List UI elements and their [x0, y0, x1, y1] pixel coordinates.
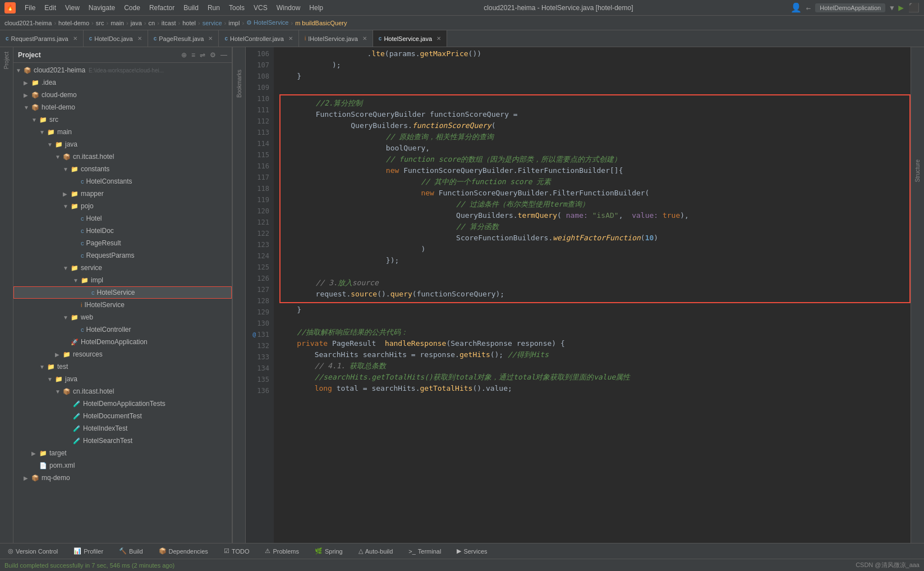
bottom-tab-autobuild[interactable]: △ Auto-build	[355, 543, 397, 559]
menu-file[interactable]: File	[21, 3, 39, 13]
tree-hotelindextest[interactable]: ▶ 🧪 HotelIndexTest	[13, 422, 232, 435]
bookmarks-label[interactable]: Bookmarks	[236, 70, 242, 98]
bc-src[interactable]: src	[96, 20, 104, 26]
tab-close[interactable]: ✕	[73, 35, 77, 42]
tree-target[interactable]: ▶ 📁 target	[13, 447, 232, 459]
tree-resources[interactable]: ▶ 📁 resources	[13, 348, 232, 360]
bottom-tab-terminal[interactable]: >_ Terminal	[405, 543, 444, 559]
tree-java[interactable]: ▼ 📁 java	[13, 138, 232, 150]
menu-help[interactable]: Help	[306, 3, 327, 13]
project-header-icon1[interactable]: ⊕	[181, 51, 187, 59]
project-minimize-icon[interactable]: —	[220, 51, 227, 59]
bottom-tab-spring[interactable]: 🌿 Spring	[311, 543, 346, 559]
tree-hoteldoc[interactable]: ▶ c HotelDoc	[13, 225, 232, 237]
bc-service[interactable]: service	[203, 20, 222, 26]
menu-run[interactable]: Run	[204, 3, 223, 13]
tree-web[interactable]: ▼ 📁 web	[13, 311, 232, 323]
menu-window[interactable]: Window	[273, 3, 304, 13]
folder-icon: 📁	[63, 351, 71, 358]
tree-hoteldemoapp[interactable]: ▶ 🚀 HotelDemoApplication	[13, 336, 232, 348]
menu-edit[interactable]: Edit	[41, 3, 59, 13]
tree-test[interactable]: ▼ 📁 test	[13, 360, 232, 373]
tree-pojo[interactable]: ▼ 📁 pojo	[13, 200, 232, 212]
tree-src[interactable]: ▼ 📁 src	[13, 113, 232, 126]
tree-package2[interactable]: ▼ 📦 cn.itcast.hotel	[13, 385, 232, 398]
bc-hotel[interactable]: hotel	[182, 20, 196, 26]
tree-hotel[interactable]: ▶ c Hotel	[13, 212, 232, 225]
project-strip-label[interactable]: Project	[3, 49, 10, 71]
account-icon[interactable]: 👤	[790, 2, 802, 13]
bottom-tab-versioncontrol[interactable]: ◎ Version Control	[4, 543, 61, 559]
bc-cn[interactable]: cn	[149, 20, 155, 26]
tree-mq-demo[interactable]: ▶ 📦 mq-demo	[13, 472, 232, 484]
tree-hotelsearchtest[interactable]: ▶ 🧪 HotelSearchTest	[13, 435, 232, 447]
tree-test-java[interactable]: ▼ 📁 java	[13, 373, 232, 385]
tree-ihotelservice[interactable]: ▶ i IHotelService	[13, 299, 232, 311]
tab-close[interactable]: ✕	[436, 35, 441, 42]
code-lines[interactable]: .lte(params.getMaxPrice()) ); } //2.算分控制…	[274, 47, 911, 543]
menu-vcs[interactable]: VCS	[250, 3, 271, 13]
tree-hoteldoctest[interactable]: ▶ 🧪 HotelDocumentTest	[13, 410, 232, 422]
tab-close[interactable]: ✕	[137, 35, 142, 42]
menu-tools[interactable]: Tools	[226, 3, 248, 13]
tree-hoteldemoapptest[interactable]: ▶ 🧪 HotelDemoApplicationTests	[13, 398, 232, 410]
project-header-icon2[interactable]: ≡	[191, 51, 195, 59]
code-line-129	[279, 316, 911, 327]
bc-itcast[interactable]: itcast	[162, 20, 176, 26]
code-line-117: // 其中的一个function score 元素	[281, 176, 909, 188]
run-configuration[interactable]: HotelDemoApplication	[815, 3, 885, 12]
tree-main[interactable]: ▼ 📁 main	[13, 126, 232, 138]
tree-hotelservice[interactable]: ▶ c HotelService	[13, 286, 232, 299]
tree-root[interactable]: ▼ 📦 cloud2021-heima E:\idea-workspace\cl…	[13, 64, 232, 76]
tree-service[interactable]: ▼ 📁 service	[13, 262, 232, 274]
tab-pageresult[interactable]: c PageResult.java ✕	[148, 30, 219, 47]
bottom-tab-build[interactable]: 🔨 Build	[116, 543, 146, 559]
bc-class[interactable]: ⚙ HotelService	[246, 19, 288, 26]
tab-hotelservice[interactable]: c HotelService.java ✕	[373, 30, 447, 47]
module-icon: 📦	[31, 104, 39, 111]
bc-java[interactable]: java	[131, 20, 142, 26]
tree-impl[interactable]: ▼ 📁 impl	[13, 274, 232, 286]
menu-build[interactable]: Build	[180, 3, 202, 13]
tab-requestparams[interactable]: c RequestParams.java ✕	[0, 30, 84, 47]
menu-navigate[interactable]: Navigate	[85, 3, 118, 13]
bottom-tab-profiler[interactable]: 📊 Profiler	[70, 543, 107, 559]
tree-cloud-demo[interactable]: ▶ 📦 cloud-demo	[13, 89, 232, 101]
stop-button[interactable]: ⬛	[908, 2, 920, 13]
tree-idea[interactable]: ▶ 📁 .idea	[13, 76, 232, 89]
bc-hotel-demo[interactable]: hotel-demo	[58, 20, 89, 26]
tree-hotelcontroller[interactable]: ▶ c HotelController	[13, 323, 232, 336]
bc-impl[interactable]: impl	[228, 20, 240, 26]
menu-code[interactable]: Code	[121, 3, 144, 13]
structure-label[interactable]: Structure	[914, 159, 921, 182]
tree-pomxml[interactable]: ▶ 📄 pom.xml	[13, 459, 232, 472]
bottom-tab-problems[interactable]: ⚠ Problems	[261, 543, 302, 559]
tab-hoteldoc[interactable]: c HotelDoc.java ✕	[84, 30, 148, 47]
bottom-tab-dependencies[interactable]: 📦 Dependencies	[155, 543, 212, 559]
bottom-tab-services[interactable]: ▶ Services	[453, 543, 490, 559]
menu-view[interactable]: View	[62, 3, 83, 13]
menu-refactor[interactable]: Refactor	[146, 3, 178, 13]
back-icon[interactable]: ←	[806, 3, 811, 12]
dropdown-icon[interactable]: ▼	[890, 4, 894, 12]
tab-ihotelservice[interactable]: i IHotelService.java ✕	[299, 30, 373, 47]
tab-close[interactable]: ✕	[288, 35, 293, 42]
tree-hotelconstants[interactable]: ▶ c HotelConstants	[13, 175, 232, 188]
project-settings-icon[interactable]: ⚙	[210, 51, 216, 59]
tree-constants[interactable]: ▼ 📁 constants	[13, 163, 232, 175]
run-button[interactable]: ▶	[898, 2, 904, 13]
bc-main[interactable]: main	[111, 20, 124, 26]
tab-close[interactable]: ✕	[362, 35, 367, 42]
bottom-tab-todo[interactable]: ☑ TODO	[220, 543, 253, 559]
tree-package[interactable]: ▼ 📦 cn.itcast.hotel	[13, 150, 232, 163]
tree-requestparams[interactable]: ▶ c RequestParams	[13, 249, 232, 262]
tree-pageresult[interactable]: ▶ c PageResult	[13, 237, 232, 249]
tab-close[interactable]: ✕	[208, 35, 213, 42]
bc-cloud[interactable]: cloud2021-heima	[4, 20, 52, 26]
project-header-icon3[interactable]: ⇌	[200, 51, 205, 59]
tree-mapper[interactable]: ▶ 📁 mapper	[13, 188, 232, 200]
bc-method[interactable]: m buildBasicQuery	[295, 20, 347, 26]
code-line-134: //searchHits.getTotalHits()获取到total对象，通过…	[279, 372, 911, 383]
tree-hotel-demo[interactable]: ▼ 📦 hotel-demo	[13, 101, 232, 113]
tab-hotelcontroller[interactable]: c HotelController.java ✕	[219, 30, 299, 47]
